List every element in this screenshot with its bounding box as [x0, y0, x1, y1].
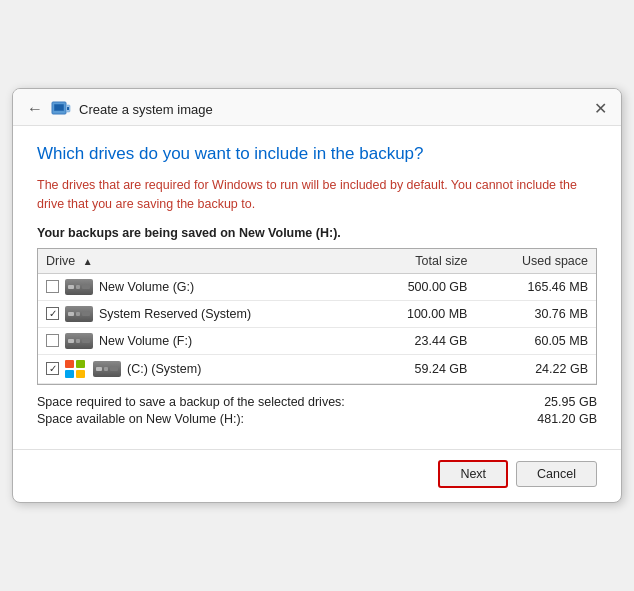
drive-total-0: 500.00 GB	[363, 273, 475, 300]
back-button[interactable]: ←	[27, 101, 43, 117]
drives-table-container[interactable]: Drive ▲ Total size Used space	[37, 248, 597, 385]
table-row: (C:) (System) 59.24 GB 24.22 GB	[38, 354, 596, 383]
drive-checkbox-0[interactable]	[46, 280, 59, 293]
col-drive: Drive ▲	[38, 249, 363, 274]
cancel-button[interactable]: Cancel	[516, 461, 597, 487]
drives-tbody: New Volume (G:) 500.00 GB 165.46 MB	[38, 273, 596, 383]
drive-cell: (C:) (System)	[38, 354, 363, 383]
page-heading: Which drives do you want to include in t…	[37, 144, 597, 164]
dialog-title: Create a system image	[79, 102, 213, 117]
drives-table: Drive ▲ Total size Used space	[38, 249, 596, 384]
col-used-space: Used space	[475, 249, 596, 274]
col-total-size: Total size	[363, 249, 475, 274]
table-header: Drive ▲ Total size Used space	[38, 249, 596, 274]
system-image-icon	[51, 99, 71, 119]
save-location-text: Your backups are being saved on New Volu…	[37, 226, 597, 240]
title-bar-left: ← Create a system image	[27, 99, 213, 119]
svg-rect-1	[54, 104, 64, 111]
title-bar: ← Create a system image ✕	[13, 89, 621, 126]
drive-name: System Reserved (System)	[99, 307, 251, 321]
hdd-icon	[93, 361, 121, 377]
space-available-row: Space available on New Volume (H:): 481.…	[37, 412, 597, 426]
table-row: System Reserved (System) 100.00 MB 30.76…	[38, 300, 596, 327]
drive-used-2: 60.05 MB	[475, 327, 596, 354]
save-location-value: New Volume (H:).	[239, 226, 341, 240]
table-row: New Volume (G:) 500.00 GB 165.46 MB	[38, 273, 596, 300]
dialog-footer: Next Cancel	[13, 449, 621, 502]
svg-rect-4	[67, 107, 69, 110]
windows-icon	[65, 360, 85, 378]
table-row: New Volume (F:) 23.44 GB 60.05 MB	[38, 327, 596, 354]
info-text: The drives that are required for Windows…	[37, 176, 597, 214]
drive-used-1: 30.76 MB	[475, 300, 596, 327]
drive-name: New Volume (F:)	[99, 334, 192, 348]
drive-checkbox-2[interactable]	[46, 334, 59, 347]
next-button[interactable]: Next	[438, 460, 508, 488]
drive-used-3: 24.22 GB	[475, 354, 596, 383]
sort-icon: ▲	[83, 256, 93, 267]
drive-checkbox-3[interactable]	[46, 362, 59, 375]
space-required-value: 25.95 GB	[544, 395, 597, 409]
hdd-icon	[65, 306, 93, 322]
drive-cell: New Volume (F:)	[38, 327, 363, 354]
drive-name: (C:) (System)	[127, 362, 201, 376]
hdd-icon	[65, 333, 93, 349]
drive-total-3: 59.24 GB	[363, 354, 475, 383]
drive-total-1: 100.00 MB	[363, 300, 475, 327]
space-required-label: Space required to save a backup of the s…	[37, 395, 345, 409]
drive-total-2: 23.44 GB	[363, 327, 475, 354]
dialog-window: ← Create a system image ✕ Which drives d…	[12, 88, 622, 503]
hdd-icon	[65, 279, 93, 295]
dialog-content: Which drives do you want to include in t…	[13, 126, 621, 443]
space-required-row: Space required to save a backup of the s…	[37, 395, 597, 409]
space-available-value: 481.20 GB	[537, 412, 597, 426]
space-available-label: Space available on New Volume (H:):	[37, 412, 244, 426]
drive-used-0: 165.46 MB	[475, 273, 596, 300]
drive-cell: New Volume (G:)	[38, 273, 363, 300]
drive-name: New Volume (G:)	[99, 280, 194, 294]
drive-cell: System Reserved (System)	[38, 300, 363, 327]
drive-checkbox-1[interactable]	[46, 307, 59, 320]
close-button[interactable]: ✕	[594, 101, 607, 117]
